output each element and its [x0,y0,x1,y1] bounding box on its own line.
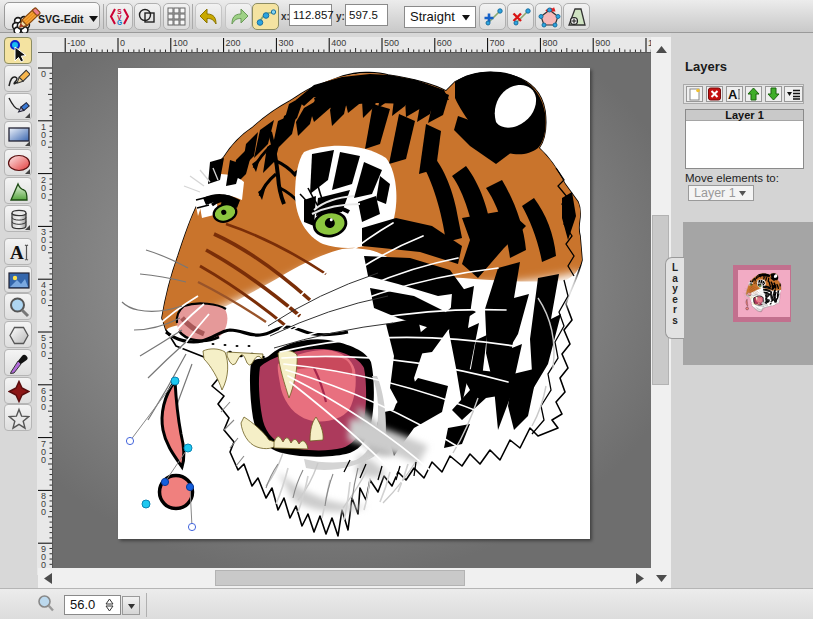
svg-text:600: 600 [437,38,452,48]
svg-text:200: 200 [226,38,241,48]
svg-text:A: A [728,87,738,101]
svg-text:0: 0 [41,138,46,148]
svg-text:0: 0 [41,455,46,465]
svg-text:G: G [117,19,122,26]
svg-text:0: 0 [41,507,46,517]
svg-text:900: 900 [595,38,610,48]
svg-text:0: 0 [41,296,46,306]
svg-text:-100: -100 [67,38,85,48]
svg-text:100: 100 [173,38,188,48]
svg-text:0: 0 [120,38,125,48]
svg-text:0: 0 [41,191,46,201]
svg-text:500: 500 [384,38,399,48]
svg-text:700: 700 [490,38,505,48]
svg-text:0: 0 [41,349,46,359]
svg-text:0: 0 [41,243,46,253]
svg-text:0: 0 [41,402,46,412]
svg-text:A: A [10,242,24,263]
svg-text:800: 800 [542,38,557,48]
svg-text:0: 0 [41,69,46,79]
svg-text:400: 400 [331,38,346,48]
svg-text:300: 300 [278,38,293,48]
